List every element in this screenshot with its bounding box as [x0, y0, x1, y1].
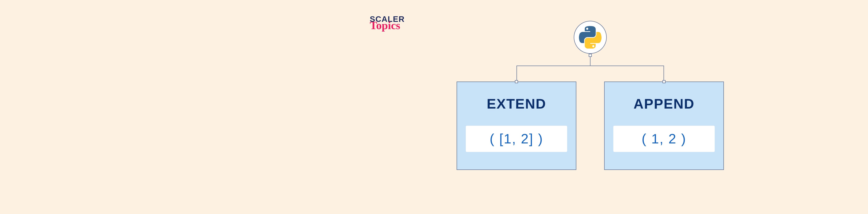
connector-line [517, 66, 664, 66]
append-example: ( 1, 2 ) [613, 126, 715, 152]
connector-line [590, 57, 591, 66]
connector-node-top [589, 54, 592, 57]
extend-example: ( [1, 2] ) [466, 126, 567, 152]
scaler-topics-logo: SCALER Topics [370, 15, 405, 30]
connector-line [663, 66, 664, 81]
extend-card: EXTEND ( [1, 2] ) [457, 81, 576, 170]
connector-node [515, 80, 518, 83]
extend-title: EXTEND [466, 96, 567, 112]
connector-line [517, 66, 517, 81]
logo-text-topics: Topics [370, 22, 405, 30]
python-logo-circle [574, 21, 607, 54]
append-card: APPEND ( 1, 2 ) [604, 81, 724, 170]
append-title: APPEND [613, 96, 715, 112]
python-icon [579, 26, 601, 48]
connector-node [662, 80, 665, 83]
